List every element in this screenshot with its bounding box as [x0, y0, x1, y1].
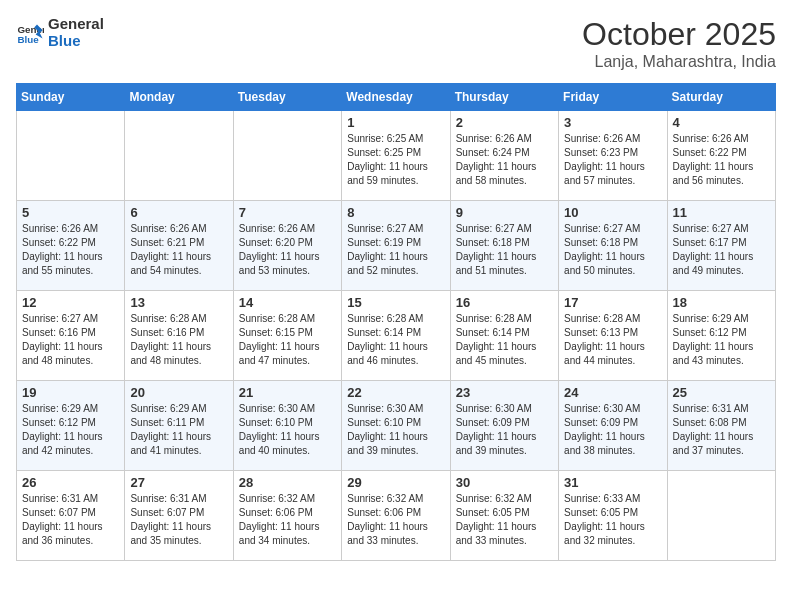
day-info: Sunrise: 6:31 AMSunset: 6:08 PMDaylight:… — [673, 402, 770, 458]
calendar-cell: 17Sunrise: 6:28 AMSunset: 6:13 PMDayligh… — [559, 291, 667, 381]
day-number: 22 — [347, 385, 444, 400]
calendar-cell: 28Sunrise: 6:32 AMSunset: 6:06 PMDayligh… — [233, 471, 341, 561]
day-info: Sunrise: 6:27 AMSunset: 6:19 PMDaylight:… — [347, 222, 444, 278]
day-info: Sunrise: 6:30 AMSunset: 6:10 PMDaylight:… — [347, 402, 444, 458]
day-number: 9 — [456, 205, 553, 220]
calendar-cell: 20Sunrise: 6:29 AMSunset: 6:11 PMDayligh… — [125, 381, 233, 471]
day-number: 26 — [22, 475, 119, 490]
col-header-friday: Friday — [559, 84, 667, 111]
col-header-monday: Monday — [125, 84, 233, 111]
day-info: Sunrise: 6:28 AMSunset: 6:14 PMDaylight:… — [347, 312, 444, 368]
calendar-cell: 24Sunrise: 6:30 AMSunset: 6:09 PMDayligh… — [559, 381, 667, 471]
calendar-cell: 15Sunrise: 6:28 AMSunset: 6:14 PMDayligh… — [342, 291, 450, 381]
calendar-cell: 5Sunrise: 6:26 AMSunset: 6:22 PMDaylight… — [17, 201, 125, 291]
col-header-saturday: Saturday — [667, 84, 775, 111]
calendar-cell: 14Sunrise: 6:28 AMSunset: 6:15 PMDayligh… — [233, 291, 341, 381]
calendar-cell: 21Sunrise: 6:30 AMSunset: 6:10 PMDayligh… — [233, 381, 341, 471]
calendar-cell: 4Sunrise: 6:26 AMSunset: 6:22 PMDaylight… — [667, 111, 775, 201]
calendar-cell: 7Sunrise: 6:26 AMSunset: 6:20 PMDaylight… — [233, 201, 341, 291]
calendar-cell: 6Sunrise: 6:26 AMSunset: 6:21 PMDaylight… — [125, 201, 233, 291]
calendar-cell — [17, 111, 125, 201]
col-header-wednesday: Wednesday — [342, 84, 450, 111]
day-number: 8 — [347, 205, 444, 220]
day-number: 20 — [130, 385, 227, 400]
day-info: Sunrise: 6:28 AMSunset: 6:14 PMDaylight:… — [456, 312, 553, 368]
month-title: October 2025 — [582, 16, 776, 53]
calendar-cell: 13Sunrise: 6:28 AMSunset: 6:16 PMDayligh… — [125, 291, 233, 381]
day-info: Sunrise: 6:29 AMSunset: 6:11 PMDaylight:… — [130, 402, 227, 458]
calendar-cell: 25Sunrise: 6:31 AMSunset: 6:08 PMDayligh… — [667, 381, 775, 471]
calendar-cell: 22Sunrise: 6:30 AMSunset: 6:10 PMDayligh… — [342, 381, 450, 471]
day-info: Sunrise: 6:26 AMSunset: 6:21 PMDaylight:… — [130, 222, 227, 278]
day-info: Sunrise: 6:28 AMSunset: 6:16 PMDaylight:… — [130, 312, 227, 368]
day-info: Sunrise: 6:29 AMSunset: 6:12 PMDaylight:… — [673, 312, 770, 368]
calendar-cell: 29Sunrise: 6:32 AMSunset: 6:06 PMDayligh… — [342, 471, 450, 561]
day-info: Sunrise: 6:26 AMSunset: 6:23 PMDaylight:… — [564, 132, 661, 188]
day-info: Sunrise: 6:26 AMSunset: 6:20 PMDaylight:… — [239, 222, 336, 278]
calendar-cell: 19Sunrise: 6:29 AMSunset: 6:12 PMDayligh… — [17, 381, 125, 471]
day-info: Sunrise: 6:31 AMSunset: 6:07 PMDaylight:… — [22, 492, 119, 548]
day-info: Sunrise: 6:27 AMSunset: 6:18 PMDaylight:… — [564, 222, 661, 278]
day-number: 24 — [564, 385, 661, 400]
col-header-tuesday: Tuesday — [233, 84, 341, 111]
day-info: Sunrise: 6:26 AMSunset: 6:24 PMDaylight:… — [456, 132, 553, 188]
day-number: 23 — [456, 385, 553, 400]
day-number: 31 — [564, 475, 661, 490]
col-header-sunday: Sunday — [17, 84, 125, 111]
day-number: 12 — [22, 295, 119, 310]
day-number: 11 — [673, 205, 770, 220]
calendar-week-5: 26Sunrise: 6:31 AMSunset: 6:07 PMDayligh… — [17, 471, 776, 561]
logo-blue: Blue — [48, 33, 104, 50]
day-number: 30 — [456, 475, 553, 490]
day-number: 18 — [673, 295, 770, 310]
day-number: 7 — [239, 205, 336, 220]
calendar-cell: 8Sunrise: 6:27 AMSunset: 6:19 PMDaylight… — [342, 201, 450, 291]
logo: General Blue General Blue — [16, 16, 104, 49]
day-info: Sunrise: 6:28 AMSunset: 6:15 PMDaylight:… — [239, 312, 336, 368]
day-number: 3 — [564, 115, 661, 130]
calendar-cell: 31Sunrise: 6:33 AMSunset: 6:05 PMDayligh… — [559, 471, 667, 561]
day-number: 21 — [239, 385, 336, 400]
day-number: 17 — [564, 295, 661, 310]
day-info: Sunrise: 6:32 AMSunset: 6:05 PMDaylight:… — [456, 492, 553, 548]
day-number: 1 — [347, 115, 444, 130]
page-header: General Blue General Blue October 2025 L… — [16, 16, 776, 71]
day-info: Sunrise: 6:30 AMSunset: 6:09 PMDaylight:… — [456, 402, 553, 458]
calendar-cell: 23Sunrise: 6:30 AMSunset: 6:09 PMDayligh… — [450, 381, 558, 471]
day-info: Sunrise: 6:31 AMSunset: 6:07 PMDaylight:… — [130, 492, 227, 548]
day-info: Sunrise: 6:27 AMSunset: 6:18 PMDaylight:… — [456, 222, 553, 278]
col-header-thursday: Thursday — [450, 84, 558, 111]
calendar-body: 1Sunrise: 6:25 AMSunset: 6:25 PMDaylight… — [17, 111, 776, 561]
calendar-cell — [125, 111, 233, 201]
calendar-cell: 30Sunrise: 6:32 AMSunset: 6:05 PMDayligh… — [450, 471, 558, 561]
day-info: Sunrise: 6:30 AMSunset: 6:09 PMDaylight:… — [564, 402, 661, 458]
calendar-cell: 11Sunrise: 6:27 AMSunset: 6:17 PMDayligh… — [667, 201, 775, 291]
day-info: Sunrise: 6:26 AMSunset: 6:22 PMDaylight:… — [673, 132, 770, 188]
day-info: Sunrise: 6:32 AMSunset: 6:06 PMDaylight:… — [239, 492, 336, 548]
day-number: 13 — [130, 295, 227, 310]
calendar-header-row: SundayMondayTuesdayWednesdayThursdayFrid… — [17, 84, 776, 111]
day-info: Sunrise: 6:27 AMSunset: 6:17 PMDaylight:… — [673, 222, 770, 278]
calendar-cell: 1Sunrise: 6:25 AMSunset: 6:25 PMDaylight… — [342, 111, 450, 201]
day-info: Sunrise: 6:29 AMSunset: 6:12 PMDaylight:… — [22, 402, 119, 458]
day-info: Sunrise: 6:27 AMSunset: 6:16 PMDaylight:… — [22, 312, 119, 368]
calendar-cell — [667, 471, 775, 561]
title-block: October 2025 Lanja, Maharashtra, India — [582, 16, 776, 71]
svg-text:Blue: Blue — [17, 33, 39, 44]
calendar-cell: 9Sunrise: 6:27 AMSunset: 6:18 PMDaylight… — [450, 201, 558, 291]
day-number: 2 — [456, 115, 553, 130]
calendar-week-3: 12Sunrise: 6:27 AMSunset: 6:16 PMDayligh… — [17, 291, 776, 381]
day-number: 5 — [22, 205, 119, 220]
calendar-cell: 2Sunrise: 6:26 AMSunset: 6:24 PMDaylight… — [450, 111, 558, 201]
calendar-cell — [233, 111, 341, 201]
location: Lanja, Maharashtra, India — [582, 53, 776, 71]
calendar-cell: 3Sunrise: 6:26 AMSunset: 6:23 PMDaylight… — [559, 111, 667, 201]
day-info: Sunrise: 6:30 AMSunset: 6:10 PMDaylight:… — [239, 402, 336, 458]
day-number: 29 — [347, 475, 444, 490]
day-info: Sunrise: 6:33 AMSunset: 6:05 PMDaylight:… — [564, 492, 661, 548]
day-number: 4 — [673, 115, 770, 130]
day-info: Sunrise: 6:28 AMSunset: 6:13 PMDaylight:… — [564, 312, 661, 368]
calendar-week-1: 1Sunrise: 6:25 AMSunset: 6:25 PMDaylight… — [17, 111, 776, 201]
day-number: 16 — [456, 295, 553, 310]
day-number: 25 — [673, 385, 770, 400]
